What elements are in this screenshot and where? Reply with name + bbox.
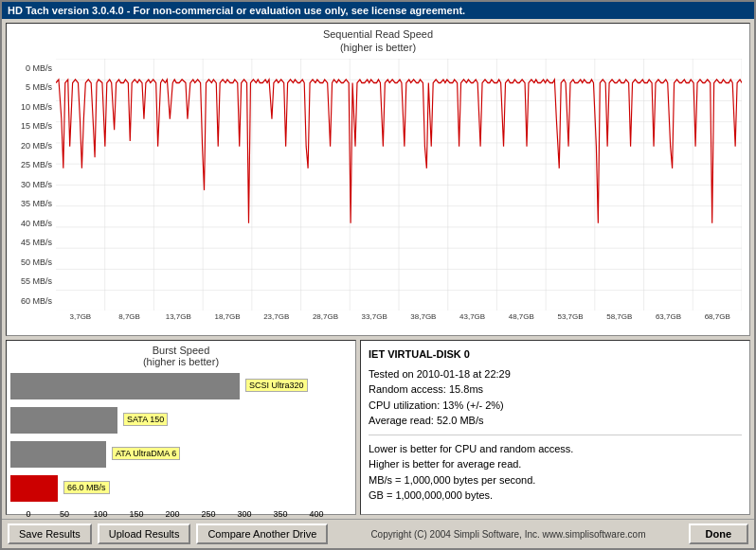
burst-x-axis: 0 50 100 150 200 250 300 350 400 — [10, 509, 351, 519]
y-label-4: 40 MB/s — [10, 214, 56, 234]
info-note-3: MB/s = 1,000,000 bytes per second. — [369, 472, 742, 488]
seq-chart-plot — [56, 59, 742, 310]
burst-bar-row-sata: SATA 150 — [10, 407, 351, 434]
bottom-section: Burst Speed (higher is better) SCSI Ultr… — [6, 340, 750, 515]
seq-svg — [56, 59, 742, 310]
burst-bar-sata — [10, 407, 117, 434]
x-label-5: 28,7GB — [301, 310, 351, 321]
info-line-1: Tested on 2010-01-18 at 22:29 — [369, 366, 742, 382]
burst-bar-row-ata: ATA UltraDMA 6 — [10, 441, 351, 468]
y-label-2: 50 MB/s — [10, 253, 56, 273]
burst-x-100: 100 — [82, 509, 118, 519]
y-label-6: 30 MB/s — [10, 175, 56, 195]
info-drive-title: IET VIRTUAL-DISK 0 — [369, 346, 742, 363]
info-note-1: Lower is better for CPU and random acces… — [369, 441, 742, 457]
app-title: HD Tach version 3.0.4.0 - For non-commer… — [8, 5, 465, 16]
title-bar: HD Tach version 3.0.4.0 - For non-commer… — [2, 2, 754, 19]
y-label-8: 20 MB/s — [10, 136, 56, 156]
y-label-7: 25 MB/s — [10, 155, 56, 175]
done-button[interactable]: Done — [689, 523, 749, 544]
burst-x-0: 0 — [10, 509, 46, 519]
info-note-2: Higher is better for average read. — [369, 456, 742, 472]
info-line-4: Average read: 52.0 MB/s — [369, 413, 742, 429]
copyright-text: Copyright (C) 2004 Simpli Software, Inc.… — [333, 529, 682, 540]
burst-label-ata: ATA UltraDMA 6 — [112, 447, 180, 460]
x-label-3: 18,7GB — [203, 310, 252, 321]
y-label-12: 0 MB/s — [10, 59, 56, 79]
main-content: Sequential Read Speed (higher is better)… — [2, 19, 754, 519]
main-window: HD Tach version 3.0.4.0 - For non-commer… — [0, 0, 756, 550]
burst-x-350: 350 — [262, 509, 298, 519]
y-label-0: 60 MB/s — [10, 292, 56, 311]
x-label-4: 23,7GB — [252, 310, 301, 321]
upload-results-button[interactable]: Upload Results — [98, 523, 191, 544]
x-label-6: 33,7GB — [350, 310, 399, 321]
x-label-11: 58,7GB — [595, 310, 644, 321]
burst-bar-scsi — [10, 373, 240, 399]
burst-bar-actual — [10, 475, 58, 502]
x-label-13: 68,7GB — [693, 310, 742, 321]
burst-label-scsi: SCSI Ultra320 — [245, 379, 308, 392]
burst-x-50: 50 — [46, 509, 82, 519]
x-label-7: 38,7GB — [399, 310, 448, 321]
y-label-5: 35 MB/s — [10, 194, 56, 214]
y-label-1: 55 MB/s — [10, 272, 56, 292]
y-label-11: 5 MB/s — [10, 78, 56, 98]
burst-label-actual: 66.0 MB/s — [63, 481, 110, 494]
burst-x-400: 400 — [298, 509, 334, 519]
save-results-button[interactable]: Save Results — [8, 523, 92, 544]
info-line-2: Random access: 15.8ms — [369, 381, 742, 398]
burst-chart-title: Burst Speed (higher is better) — [10, 345, 351, 367]
info-line-3: CPU utilization: 13% (+/- 2%) — [369, 398, 742, 414]
x-axis-labels: 3,7GB 8,7GB 13,7GB 18,7GB 23,7GB 28,7GB … — [56, 310, 742, 331]
info-panel: IET VIRTUAL-DISK 0 Tested on 2010-01-18 … — [360, 340, 750, 515]
y-label-3: 45 MB/s — [10, 233, 56, 253]
footer: Save Results Upload Results Compare Anot… — [2, 519, 754, 548]
seq-chart-area: 60 MB/s 55 MB/s 50 MB/s 45 MB/s 40 MB/s … — [10, 59, 746, 331]
x-label-8: 43,7GB — [448, 310, 497, 321]
info-separator — [369, 435, 742, 435]
y-label-10: 10 MB/s — [10, 98, 56, 117]
burst-x-200: 200 — [154, 509, 190, 519]
burst-label-sata: SATA 150 — [123, 413, 168, 426]
compare-another-drive-button[interactable]: Compare Another Drive — [196, 523, 328, 544]
x-label-2: 13,7GB — [153, 310, 203, 321]
burst-x-300: 300 — [226, 509, 262, 519]
x-label-12: 63,7GB — [644, 310, 693, 321]
burst-x-250: 250 — [190, 509, 226, 519]
x-label-1: 8,7GB — [105, 310, 154, 321]
x-label-10: 53,7GB — [546, 310, 595, 321]
burst-x-150: 150 — [118, 509, 154, 519]
burst-bar-row-actual: 66.0 MB/s — [10, 475, 351, 502]
info-note-4: GB = 1,000,000,000 bytes. — [369, 488, 742, 504]
y-axis-labels: 60 MB/s 55 MB/s 50 MB/s 45 MB/s 40 MB/s … — [10, 59, 56, 310]
x-label-9: 48,7GB — [496, 310, 546, 321]
burst-bar-row-scsi: SCSI Ultra320 — [10, 373, 351, 399]
burst-chart-area: SCSI Ultra320 SATA 150 ATA UltraDMA 6 — [10, 373, 351, 519]
burst-speed-chart: Burst Speed (higher is better) SCSI Ultr… — [6, 340, 356, 515]
y-label-9: 15 MB/s — [10, 116, 56, 136]
burst-bar-ata — [10, 441, 106, 468]
x-label-0: 3,7GB — [56, 310, 105, 321]
sequential-read-chart: Sequential Read Speed (higher is better)… — [6, 23, 750, 336]
seq-chart-title: Sequential Read Speed (higher is better) — [10, 27, 746, 55]
